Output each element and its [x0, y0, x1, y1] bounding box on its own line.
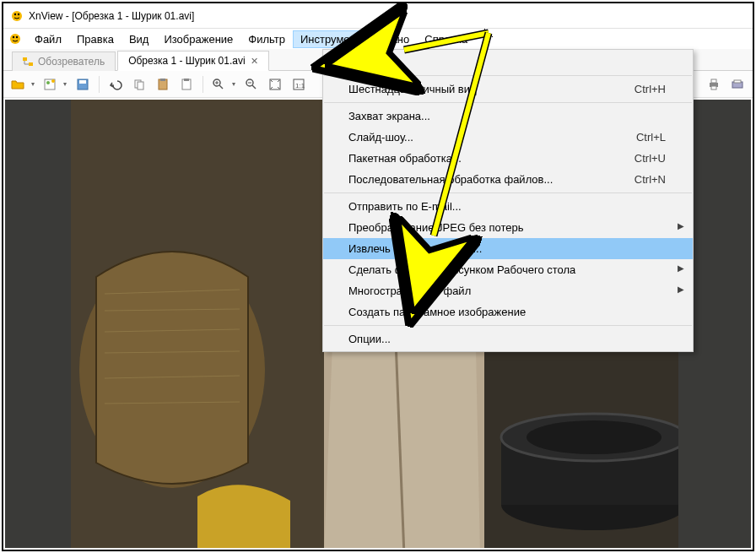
- tab-label: Обозреватель: [38, 56, 105, 68]
- menu-wallpaper[interactable]: Сделать фоновым рисунком Рабочего стола▶: [323, 259, 693, 280]
- tab-browser[interactable]: Обозреватель: [12, 52, 116, 71]
- menu-edit[interactable]: Правка: [69, 30, 122, 48]
- menu-slideshow[interactable]: Слайд-шоу...Ctrl+L: [323, 127, 693, 148]
- separator: [324, 325, 692, 326]
- chevron-right-icon: ▶: [678, 285, 684, 294]
- scan-icon: [731, 78, 744, 91]
- svg-line-20: [219, 85, 223, 89]
- menu-multipage[interactable]: Многостраничный файл▶: [323, 280, 693, 301]
- svg-point-1: [14, 13, 16, 14]
- tab-label: Обрезка 1 - Шурик 01.avi: [128, 55, 246, 67]
- separator: [324, 192, 692, 193]
- print-icon: [707, 78, 721, 91]
- svg-rect-18: [184, 79, 189, 81]
- svg-rect-6: [23, 57, 27, 61]
- menu-email[interactable]: Отправить по E-mail...: [323, 196, 693, 217]
- copy-button[interactable]: [129, 74, 149, 95]
- menu-window[interactable]: Окно: [376, 30, 417, 48]
- svg-point-2: [18, 13, 19, 14]
- close-icon[interactable]: ✕: [251, 56, 258, 67]
- svg-rect-31: [711, 86, 716, 89]
- menu-sequence[interactable]: Последовательная обработка файлов...Ctrl…: [323, 169, 693, 190]
- tools-dropdown: Найти... Шестнадцатиричный видCtrl+H Зах…: [322, 49, 694, 352]
- undo-button[interactable]: [105, 74, 126, 95]
- save-button[interactable]: [73, 74, 93, 95]
- svg-text:1:1: 1:1: [295, 82, 305, 89]
- svg-rect-7: [29, 62, 33, 66]
- menu-options[interactable]: Опции...: [323, 328, 693, 350]
- svg-point-10: [51, 79, 55, 83]
- menu-find[interactable]: Найти...: [323, 52, 693, 73]
- fit-button[interactable]: [265, 74, 285, 95]
- menu-jpeg-lossless[interactable]: Преобразование JPEG без потерь▶: [323, 217, 693, 238]
- window-title: XnView - [Обрезка 1 - Шурик 01.avi]: [29, 10, 194, 22]
- separator: [324, 102, 692, 103]
- clipboard-button[interactable]: [176, 74, 197, 95]
- menu-filter[interactable]: Фильтр: [240, 30, 293, 48]
- separator: [202, 76, 203, 93]
- svg-rect-30: [711, 79, 716, 83]
- zoom-in-button[interactable]: [209, 74, 238, 95]
- zoom-out-icon: [245, 78, 258, 91]
- paste-icon: [156, 78, 170, 91]
- copy-icon: [132, 78, 146, 91]
- svg-rect-33: [734, 80, 741, 83]
- separator: [99, 76, 100, 93]
- titlebar: XnView - [Обрезка 1 - Шурик 01.avi]: [3, 3, 753, 29]
- fit-icon: [268, 78, 282, 91]
- zoom-out-button[interactable]: [241, 74, 262, 95]
- svg-point-0: [12, 11, 22, 21]
- menu-capture[interactable]: Захват экрана...: [323, 106, 693, 127]
- save-icon: [76, 78, 89, 91]
- svg-point-3: [10, 34, 20, 44]
- actual-size-icon: 1:1: [292, 78, 305, 91]
- open-folder-icon: [11, 78, 24, 91]
- chevron-right-icon: ▶: [678, 263, 684, 273]
- chevron-right-icon: ▶: [678, 221, 684, 230]
- svg-point-5: [16, 36, 18, 38]
- svg-line-24: [252, 85, 256, 89]
- browser-tree-icon: [23, 57, 33, 67]
- menu-image[interactable]: Изображение: [156, 30, 240, 48]
- svg-point-9: [46, 81, 50, 84]
- print-button[interactable]: [704, 74, 724, 95]
- actual-size-button[interactable]: 1:1: [289, 74, 309, 95]
- svg-point-50: [526, 420, 662, 454]
- clipboard-icon: [180, 78, 193, 91]
- app-icon: [10, 9, 24, 23]
- menu-extract-frames[interactable]: Извлечь кадры из видео...: [323, 238, 693, 259]
- paste-button[interactable]: [153, 74, 173, 95]
- zoom-in-icon: [212, 78, 225, 91]
- open-folder-button[interactable]: [8, 74, 37, 95]
- menu-panorama[interactable]: Создать панорамное изображение: [323, 301, 693, 323]
- menu-view[interactable]: Вид: [122, 30, 157, 48]
- app-window: XnView - [Обрезка 1 - Шурик 01.avi] Файл…: [2, 2, 754, 551]
- menu-tools[interactable]: Инструменты: [293, 30, 376, 48]
- new-image-icon: [43, 78, 57, 91]
- tab-file[interactable]: Обрезка 1 - Шурик 01.avi ✕: [117, 51, 269, 71]
- menubar: Файл Правка Вид Изображение Фильтр Инстр…: [3, 29, 753, 49]
- menu-help[interactable]: Справка: [417, 30, 475, 48]
- svg-point-4: [13, 36, 14, 38]
- svg-rect-14: [138, 82, 143, 89]
- separator: [324, 75, 692, 76]
- svg-rect-12: [79, 80, 86, 84]
- menu-file[interactable]: Файл: [27, 30, 69, 48]
- menu-hexview[interactable]: Шестнадцатиричный видCtrl+H: [323, 79, 693, 100]
- scan-button[interactable]: [727, 74, 748, 95]
- new-image-button[interactable]: [40, 74, 69, 95]
- app-icon-menu: [8, 32, 22, 46]
- undo-icon: [109, 78, 122, 91]
- svg-rect-16: [160, 79, 165, 81]
- menu-batch[interactable]: Пакетная обработка...Ctrl+U: [323, 148, 693, 169]
